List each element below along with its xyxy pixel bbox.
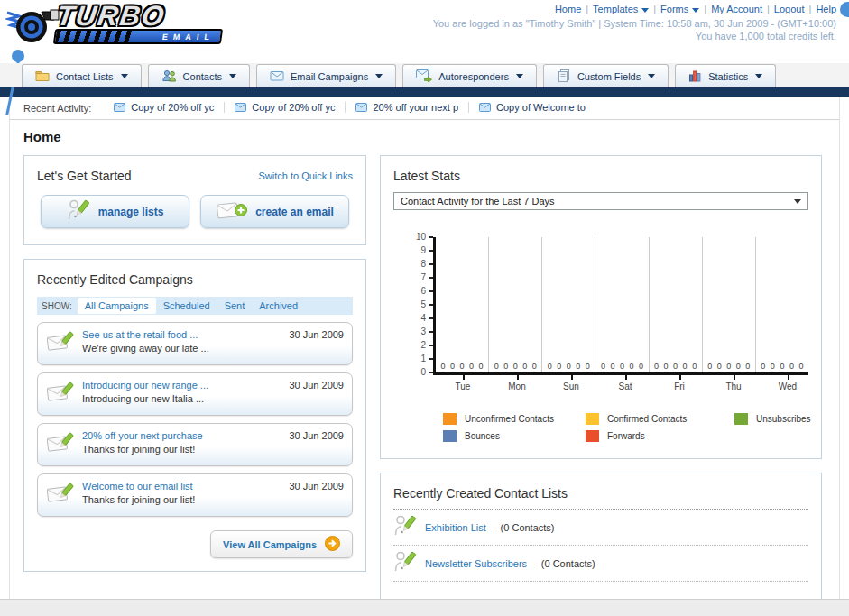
contact-list-link[interactable]: Newsletter Subscribers <box>425 558 527 569</box>
recent-activity-item[interactable]: Copy of Welcome to <box>469 102 595 113</box>
link-separator: | <box>704 4 706 14</box>
filter-tab-archived[interactable]: Archived <box>252 298 305 314</box>
bar-value-label: 0 <box>717 362 722 371</box>
chevron-down-icon <box>692 8 699 13</box>
top-link-templates[interactable]: Templates <box>593 4 649 14</box>
view-all-campaigns-button[interactable]: View All Campaigns <box>210 530 353 558</box>
tab-label: Email Campaigns <box>291 71 368 82</box>
bar-value-label: 0 <box>460 362 465 371</box>
activity-item-label: Copy of 20% off yc <box>252 102 335 113</box>
logo-subtitle: EMAIL <box>161 32 220 41</box>
campaign-texts: 20% off your next purchaseThanks for joi… <box>82 430 281 455</box>
x-axis-label: Mon <box>490 375 544 391</box>
envelope-edit-icon <box>46 380 75 409</box>
campaign-date: 30 Jun 2009 <box>289 380 344 391</box>
person-pencil-icon <box>393 550 417 576</box>
contact-list-count: - (0 Contacts) <box>535 558 595 569</box>
top-link-forms[interactable]: Forms <box>660 4 699 14</box>
bar-value-label: 0 <box>726 362 731 371</box>
contact-lists-panel: Recently Created Contact Lists Exhibitio… <box>380 473 822 616</box>
chart-day-group: 00000 <box>650 237 703 372</box>
legend-label: Unsubscribes <box>756 414 811 424</box>
chart-day-group: 00000 <box>756 237 808 372</box>
legend-label: Forwards <box>607 431 645 441</box>
campaign-title-link[interactable]: See us at the retail food ... <box>82 329 281 340</box>
bar-value-label: 0 <box>576 362 580 371</box>
contacts-icon <box>161 69 177 85</box>
bar-value-label: 0 <box>513 362 518 371</box>
contact-list-link[interactable]: Exhibition List <box>425 522 486 533</box>
legend-swatch <box>586 413 599 425</box>
get-started-panel: Let's Get Started Switch to Quick Links … <box>23 155 366 245</box>
recent-activity-item[interactable]: Copy of 20% off yc <box>225 102 346 113</box>
chevron-down-icon <box>375 74 383 78</box>
tab-contact-lists[interactable]: Contact Lists <box>22 64 142 87</box>
nav-divider-bar <box>0 87 849 97</box>
page-footer <box>0 599 849 616</box>
link-separator: | <box>809 4 812 14</box>
stats-period-value: Contact Activity for the Last 7 Days <box>401 196 555 207</box>
top-link-logout[interactable]: Logout <box>774 4 805 14</box>
y-tick-label: 9 <box>420 246 426 255</box>
tab-label: Contacts <box>183 71 222 82</box>
contact-list-count: - (0 Contacts) <box>494 522 555 533</box>
filter-tab-all-campaigns[interactable]: All Campaigns <box>78 298 156 314</box>
switch-quick-links-link[interactable]: Switch to Quick Links <box>258 170 353 181</box>
bar-value-label: 0 <box>601 362 605 371</box>
bar-value-label: 0 <box>780 362 784 371</box>
tab-label: Custom Fields <box>577 71 641 82</box>
top-link-help[interactable]: Help <box>816 4 836 14</box>
statistics-icon <box>688 69 702 84</box>
chart-day-group: 00000 <box>542 237 595 372</box>
campaigns-title: Recently Edited Campaigns <box>37 272 353 287</box>
y-tick-label: 7 <box>420 273 426 282</box>
campaign-list: See us at the retail food ...We're givin… <box>37 322 353 517</box>
bar-value-label: 0 <box>620 362 624 371</box>
tab-contacts[interactable]: Contacts <box>148 64 250 87</box>
campaign-list-item[interactable]: Introducing our new range ...Introducing… <box>37 372 353 416</box>
filter-tab-sent[interactable]: Sent <box>217 298 253 314</box>
bar-value-labels: 00000 <box>595 362 648 371</box>
tab-autoresponders[interactable]: Autoresponders <box>402 64 537 87</box>
tab-custom-fields[interactable]: Custom Fields <box>543 64 669 87</box>
x-axis-label: Sun <box>544 375 598 391</box>
create-email-button[interactable]: create an email <box>200 195 349 228</box>
contact-list-item[interactable]: Newsletter Subscribers - (0 Contacts) <box>393 546 808 582</box>
envelope-edit-icon <box>46 430 75 459</box>
envelope-plus-icon <box>216 199 247 224</box>
chart-legend: Unconfirmed ContactsConfirmed ContactsUn… <box>443 413 808 442</box>
chevron-down-icon <box>755 74 762 78</box>
filter-tab-scheduled[interactable]: Scheduled <box>156 298 217 314</box>
tab-email-campaigns[interactable]: Email Campaigns <box>256 64 396 87</box>
x-axis-label: Thu <box>706 375 761 391</box>
tab-statistics[interactable]: Statistics <box>675 64 776 87</box>
chevron-down-icon <box>641 8 649 13</box>
mail-icon <box>479 103 491 112</box>
recent-activity-item[interactable]: 20% off your next p <box>346 102 469 113</box>
campaign-list-item[interactable]: 20% off your next purchaseThanks for joi… <box>37 423 353 466</box>
bar-value-label: 0 <box>441 362 446 371</box>
chevron-down-icon <box>121 74 128 78</box>
campaign-subtitle: Thanks for joining our list! <box>82 444 281 455</box>
campaign-list-item[interactable]: See us at the retail food ...We're givin… <box>37 322 353 365</box>
logo-title: TURBO <box>55 0 168 32</box>
app-logo[interactable]: TURBO EMAIL <box>5 3 224 50</box>
contact-list-item[interactable]: Exhibition List - (0 Contacts) <box>393 510 808 546</box>
manage-lists-button[interactable]: manage lists <box>41 195 189 228</box>
campaign-title-link[interactable]: Introducing our new range ... <box>82 380 281 391</box>
activity-item-label: Copy of Welcome to <box>496 102 586 113</box>
tab-label: Contact Lists <box>56 71 114 82</box>
stats-period-dropdown[interactable]: Contact Activity for the Last 7 Days <box>393 192 808 210</box>
bar-value-label: 0 <box>683 362 688 371</box>
campaign-title-link[interactable]: 20% off your next purchase <box>82 430 281 441</box>
campaign-title-link[interactable]: Welcome to our email list <box>82 481 281 492</box>
top-link-my-account[interactable]: My Account <box>711 4 762 14</box>
y-tick-label: 0 <box>420 368 426 377</box>
person-pencil-icon <box>67 198 90 225</box>
y-tick-label: 2 <box>420 341 426 350</box>
campaign-list-item[interactable]: Welcome to our email listThanks for join… <box>37 473 353 517</box>
bar-value-label: 0 <box>707 362 712 371</box>
recent-activity-item[interactable]: Copy of 20% off yc <box>104 102 225 113</box>
x-axis-label: Fri <box>652 375 706 391</box>
top-link-home[interactable]: Home <box>555 4 581 14</box>
